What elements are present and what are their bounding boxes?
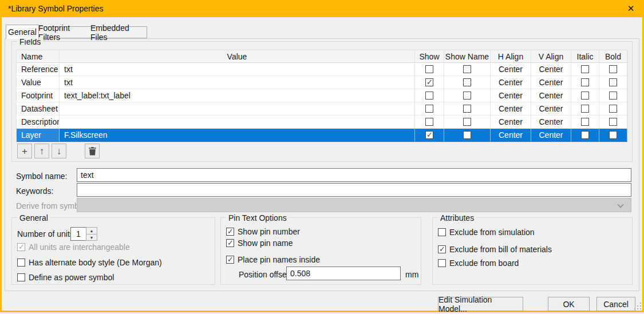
close-icon[interactable]: ✕ xyxy=(618,0,644,17)
cell-value[interactable]: F.Silkscreen xyxy=(60,129,415,142)
italic-checkbox[interactable] xyxy=(581,105,589,113)
ok-button[interactable]: OK xyxy=(548,297,590,311)
position-offset-input[interactable]: 0.508 xyxy=(286,267,401,280)
col-header-show-name[interactable]: Show Name xyxy=(444,50,491,63)
cell-value[interactable] xyxy=(60,102,415,116)
cell-h-align[interactable]: Center xyxy=(491,102,531,116)
add-field-button[interactable]: + xyxy=(17,144,32,158)
italic-checkbox[interactable] xyxy=(581,65,589,73)
italic-checkbox[interactable] xyxy=(581,131,589,139)
checkbox-box[interactable] xyxy=(17,259,25,267)
exclude-from-bom-checkbox[interactable]: Exclude from bill of materials xyxy=(438,245,552,254)
tab-embedded-files[interactable]: Embedded Files xyxy=(90,26,147,38)
show-name-checkbox[interactable] xyxy=(463,92,471,100)
col-header-v-align[interactable]: V Align xyxy=(531,50,571,63)
bold-checkbox[interactable] xyxy=(609,105,617,113)
show-name-checkbox[interactable] xyxy=(463,131,471,139)
alternate-body-style-checkbox[interactable]: Has alternate body style (De Morgan) xyxy=(17,258,162,267)
cell-v-align[interactable]: Center xyxy=(531,129,571,142)
resize-grip[interactable] xyxy=(634,303,641,309)
cell-italic[interactable] xyxy=(571,102,599,116)
col-header-italic[interactable]: Italic xyxy=(571,50,599,63)
col-header-bold[interactable]: Bold xyxy=(599,50,627,63)
show-name-checkbox[interactable] xyxy=(463,105,471,113)
cell-italic[interactable] xyxy=(571,76,599,89)
checkbox-box[interactable] xyxy=(226,256,234,264)
cancel-button[interactable]: Cancel xyxy=(596,297,635,311)
cell-show-name[interactable] xyxy=(444,63,491,76)
checkbox-box[interactable] xyxy=(438,228,446,236)
show-checkbox[interactable] xyxy=(425,65,433,73)
cell-bold[interactable] xyxy=(599,129,627,142)
cell-bold[interactable] xyxy=(599,76,627,89)
cell-show[interactable] xyxy=(415,129,444,142)
cell-v-align[interactable]: Center xyxy=(531,102,571,116)
keywords-input[interactable] xyxy=(77,183,631,197)
exclude-from-board-checkbox[interactable]: Exclude from board xyxy=(438,259,519,268)
checkbox-box[interactable] xyxy=(226,239,234,247)
cell-name[interactable]: Footprint xyxy=(17,89,60,102)
cell-show-name[interactable] xyxy=(444,76,491,89)
cell-h-align[interactable]: Center xyxy=(491,89,531,102)
power-symbol-checkbox[interactable]: Define as power symbol xyxy=(17,273,114,282)
show-name-checkbox[interactable] xyxy=(463,118,471,126)
italic-checkbox[interactable] xyxy=(581,78,589,86)
cell-name[interactable]: Layer xyxy=(17,129,60,142)
col-header-name[interactable]: Name xyxy=(17,50,60,63)
cell-v-align[interactable]: Center xyxy=(531,63,571,76)
show-checkbox[interactable] xyxy=(425,118,433,126)
show-checkbox[interactable] xyxy=(425,92,433,100)
italic-checkbox[interactable] xyxy=(581,118,589,126)
cell-bold[interactable] xyxy=(599,102,627,116)
checkbox-box[interactable] xyxy=(17,273,25,281)
show-checkbox[interactable] xyxy=(425,131,433,139)
cell-v-align[interactable]: Center xyxy=(531,89,571,102)
cell-name[interactable]: Reference xyxy=(17,63,60,76)
cell-v-align[interactable]: Center xyxy=(531,76,571,89)
show-name-checkbox[interactable] xyxy=(463,78,471,86)
cell-show-name[interactable] xyxy=(444,129,491,142)
cell-h-align[interactable]: Center xyxy=(491,63,531,76)
tab-general[interactable]: General xyxy=(6,25,39,39)
cell-italic[interactable] xyxy=(571,129,599,142)
cell-h-align[interactable]: Center xyxy=(491,129,531,142)
italic-checkbox[interactable] xyxy=(581,92,589,100)
cell-show-name[interactable] xyxy=(444,116,491,129)
show-checkbox[interactable] xyxy=(425,105,433,113)
move-up-button[interactable]: ↑ xyxy=(34,144,49,158)
cell-name[interactable]: Description xyxy=(17,116,60,129)
cell-show-name[interactable] xyxy=(444,102,491,116)
show-pin-name-checkbox[interactable]: Show pin name xyxy=(226,239,293,248)
show-pin-number-checkbox[interactable]: Show pin number xyxy=(226,227,300,236)
cell-v-align[interactable]: Center xyxy=(531,116,571,129)
col-header-show[interactable]: Show xyxy=(415,50,444,63)
cell-h-align[interactable]: Center xyxy=(491,116,531,129)
cell-value[interactable] xyxy=(60,116,415,129)
cell-italic[interactable] xyxy=(571,116,599,129)
symbol-name-input[interactable]: text xyxy=(77,168,631,182)
move-down-button[interactable]: ↓ xyxy=(52,144,66,158)
cell-italic[interactable] xyxy=(571,89,599,102)
show-checkbox[interactable] xyxy=(425,78,433,86)
cell-value[interactable]: txt xyxy=(60,63,415,76)
col-header-value[interactable]: Value xyxy=(60,50,415,63)
checkbox-box[interactable] xyxy=(438,259,446,267)
col-header-h-align[interactable]: H Align xyxy=(491,50,531,63)
cell-show[interactable] xyxy=(415,63,444,76)
bold-checkbox[interactable] xyxy=(609,65,617,73)
bold-checkbox[interactable] xyxy=(609,92,617,100)
bold-checkbox[interactable] xyxy=(609,78,617,86)
exclude-from-simulation-checkbox[interactable]: Exclude from simulation xyxy=(438,228,535,237)
spin-down-icon[interactable]: ▼ xyxy=(86,234,97,241)
number-of-units-input[interactable]: 1 xyxy=(70,227,86,241)
cell-show[interactable] xyxy=(415,102,444,116)
cell-bold[interactable] xyxy=(599,116,627,129)
delete-field-button[interactable] xyxy=(85,144,100,158)
cell-name[interactable]: Value xyxy=(17,76,60,89)
bold-checkbox[interactable] xyxy=(609,118,617,126)
cell-h-align[interactable]: Center xyxy=(491,76,531,89)
tab-footprint-filters[interactable]: Footprint Filters xyxy=(38,26,91,38)
cell-show[interactable] xyxy=(415,116,444,129)
cell-show[interactable] xyxy=(415,76,444,89)
place-pin-names-inside-checkbox[interactable]: Place pin names inside xyxy=(226,255,320,264)
